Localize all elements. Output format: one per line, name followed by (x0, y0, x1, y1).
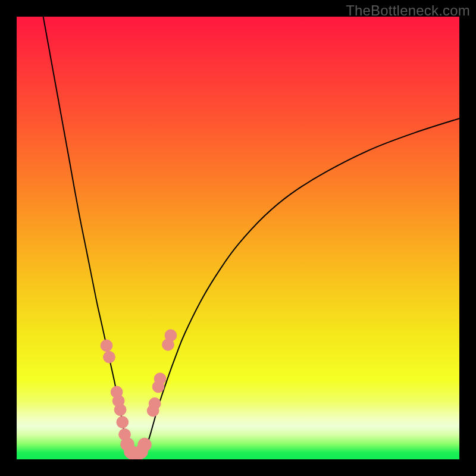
data-markers (17, 17, 459, 459)
data-marker (149, 397, 161, 409)
data-marker (117, 416, 129, 428)
data-marker (138, 438, 152, 452)
data-marker (101, 340, 112, 352)
plot-area (17, 17, 459, 459)
data-marker (154, 373, 166, 385)
bottleneck-chart: TheBottleneck.com (0, 0, 476, 476)
watermark-label: TheBottleneck.com (346, 2, 470, 19)
data-marker (165, 330, 177, 342)
data-marker (104, 351, 115, 363)
data-marker (114, 404, 126, 416)
